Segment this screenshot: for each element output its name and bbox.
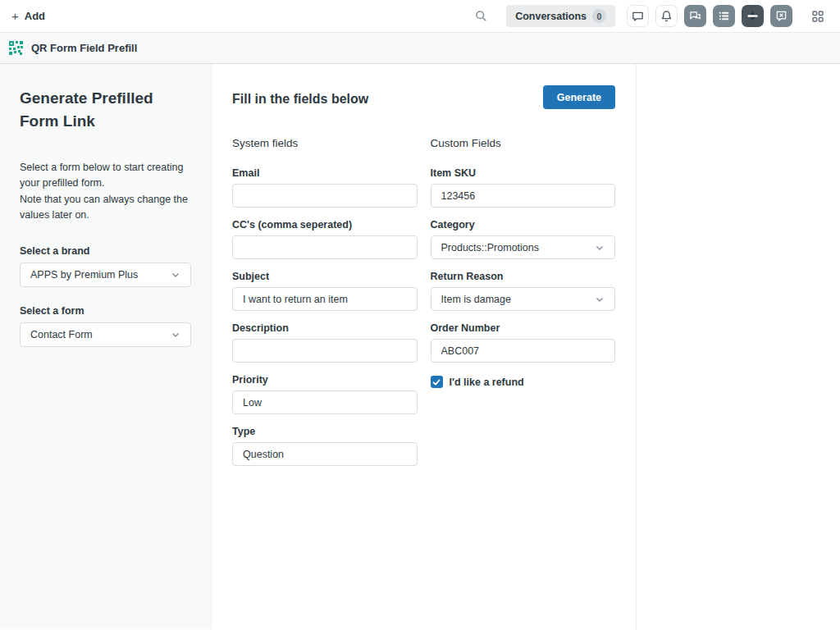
fields-column: System fieldsEmailCC's (comma seperated)…	[232, 137, 418, 477]
return-reason-field-group: Return ReasonItem is damage	[431, 271, 616, 311]
brand-select-value: APPS by Premium Plus	[30, 269, 138, 281]
description-label: Description	[232, 322, 418, 334]
item-sku-input[interactable]	[431, 184, 616, 208]
form-select-value: Contact Form	[30, 329, 93, 340]
app-title: QR Form Field Prefill	[31, 42, 137, 54]
order-number-field-group: Order Number	[431, 322, 616, 363]
conversations-badge: 0	[592, 9, 606, 23]
align-center-icon[interactable]	[742, 5, 764, 27]
brand-select[interactable]: APPS by Premium Plus	[20, 262, 191, 287]
item-sku-label: Item SKU	[431, 167, 616, 179]
qr-code-icon	[9, 41, 23, 55]
add-tab-button[interactable]: + Add	[11, 10, 45, 22]
bell-icon[interactable]	[655, 5, 678, 27]
item-sku-field-group: Item SKU	[431, 167, 616, 208]
ccs-label: CC's (comma seperated)	[232, 219, 418, 231]
return-reason-label: Return Reason	[431, 271, 616, 282]
form-select-label: Select a form	[20, 305, 191, 317]
type-label: Type	[232, 426, 418, 437]
fields-column: Custom FieldsItem SKUCategoryProducts::P…	[431, 137, 616, 477]
type-field-group: Type	[232, 426, 418, 466]
return-reason-select-value: Item is damage	[441, 294, 511, 305]
message-x-icon[interactable]	[770, 5, 792, 27]
category-label: Category	[431, 219, 616, 231]
column-heading: Custom Fields	[431, 137, 616, 149]
priority-input[interactable]	[232, 390, 418, 414]
chevron-down-icon	[595, 243, 605, 253]
top-toolbar: + Add Conversations 0	[0, 0, 840, 33]
ccs-field-group: CC's (comma seperated)	[232, 219, 418, 259]
form-select[interactable]: Contact Form	[20, 322, 191, 347]
email-input[interactable]	[232, 184, 418, 208]
subject-field-group: Subject	[232, 271, 418, 311]
sidebar-description: Select a form below to start creating yo…	[20, 160, 191, 224]
conversations-button[interactable]: Conversations 0	[506, 5, 615, 27]
type-input[interactable]	[232, 442, 418, 466]
generate-button[interactable]: Generate	[543, 85, 615, 109]
category-field-group: CategoryProducts::Promotions	[431, 219, 616, 259]
return-reason-select[interactable]: Item is damage	[431, 287, 616, 311]
sidebar-heading: Generate Prefilled Form Link	[20, 87, 191, 132]
add-tab-label: Add	[25, 10, 45, 22]
category-select[interactable]: Products::Promotions	[431, 235, 616, 259]
email-field-group: Email	[232, 167, 418, 208]
column-heading: System fields	[232, 137, 418, 149]
apps-grid-icon[interactable]	[807, 6, 829, 27]
description-field-group: Description	[232, 322, 418, 363]
search-icon[interactable]	[470, 6, 491, 27]
ccs-input[interactable]	[232, 235, 418, 259]
subject-label: Subject	[232, 271, 418, 282]
right-pane	[636, 64, 840, 629]
brand-select-label: Select a brand	[20, 245, 191, 257]
priority-field-group: Priority	[232, 374, 418, 414]
email-label: Email	[232, 167, 418, 179]
message-icon[interactable]	[627, 5, 649, 27]
app-header: QR Form Field Prefill	[0, 33, 840, 64]
plus-icon: +	[11, 10, 19, 22]
refund-checkbox[interactable]: I'd like a refund	[431, 376, 616, 388]
conversations-label: Conversations	[515, 11, 587, 22]
chevron-down-icon	[595, 294, 605, 304]
list-icon[interactable]	[713, 5, 735, 27]
checkbox-checked-icon[interactable]	[431, 376, 443, 388]
subject-input[interactable]	[232, 287, 418, 311]
priority-label: Priority	[232, 374, 418, 386]
chevron-down-icon	[171, 330, 180, 340]
refund-label: I'd like a refund	[450, 377, 524, 388]
chevron-down-icon	[171, 270, 180, 280]
page-title: Fill in the fields below	[232, 85, 368, 107]
description-input[interactable]	[232, 339, 418, 363]
category-select-value: Products::Promotions	[441, 242, 540, 253]
order-number-label: Order Number	[431, 322, 616, 334]
order-number-input[interactable]	[431, 339, 616, 363]
chat-bubbles-icon[interactable]	[684, 5, 706, 27]
main-content: Fill in the fields below Generate System…	[212, 64, 636, 629]
sidebar: Generate Prefilled Form Link Select a fo…	[0, 64, 212, 629]
